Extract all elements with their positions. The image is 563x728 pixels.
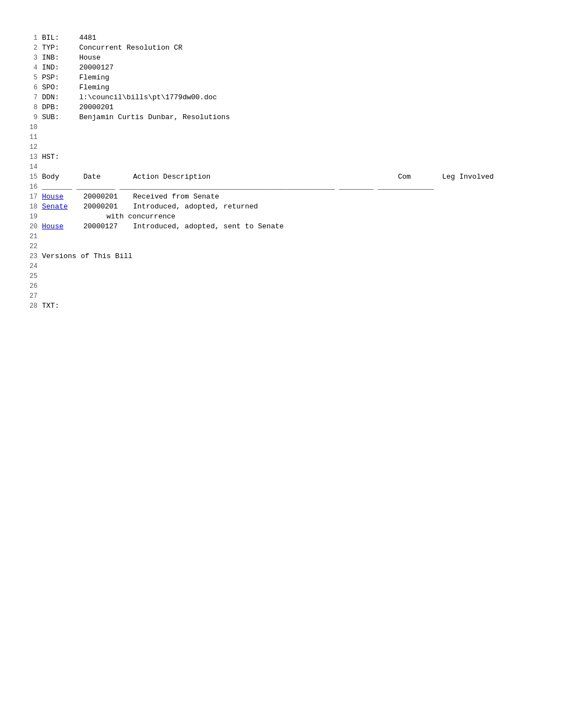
document-container: 1BIL: 44812TYP: Concurrent Resolution CR… [22, 33, 541, 311]
field-value: 20000201 [66, 103, 114, 111]
line-number: 23 [22, 251, 38, 261]
line-number: 3 [22, 53, 38, 63]
line-content: PSP: Fleming [42, 73, 541, 83]
field-label: TXT: [42, 301, 66, 311]
line-content: IND: 20000127 [42, 63, 541, 73]
line-28: 28TXT: [22, 301, 541, 311]
history-date: 20000201 [83, 202, 133, 212]
line-content: Versions of This Bill [42, 251, 541, 261]
line-content: SPO: Fleming [42, 83, 541, 93]
line-number: 21 [22, 232, 38, 242]
line-20: 20House20000127Introduced, adopted, sent… [22, 222, 541, 232]
field-label: SPO: [42, 83, 66, 93]
line-number: 1 [22, 33, 38, 43]
line-content: DDN: l:\council\bills\pt\1779dw00.doc [42, 93, 541, 103]
body-link[interactable]: Senate [42, 202, 68, 211]
line-number: 4 [22, 63, 38, 73]
line-number: 12 [22, 142, 38, 152]
line-content: Senate20000201Introduced, adopted, retur… [42, 202, 541, 212]
field-value: Fleming [66, 73, 109, 82]
history-action: Received from Senate [133, 192, 398, 202]
line-19: 19 with concurrence [22, 212, 541, 222]
history-row: Senate20000201Introduced, adopted, retur… [42, 202, 442, 211]
line-number: 17 [22, 192, 38, 202]
line-21: 21 [22, 232, 541, 242]
line-number: 18 [22, 202, 38, 212]
line-number: 25 [22, 271, 38, 281]
line-15: 15BodyDateAction DescriptionComLeg Invol… [22, 172, 541, 182]
line-content: TYP: Concurrent Resolution CR [42, 43, 541, 53]
line-26: 26 [22, 281, 541, 291]
line-number: 9 [22, 113, 38, 122]
line-number: 16 [22, 182, 38, 192]
line-16: 16_______ _________ ____________________… [22, 182, 541, 192]
field-label: BIL: [42, 33, 66, 43]
line-2: 2TYP: Concurrent Resolution CR [22, 43, 541, 53]
line-number: 19 [22, 212, 38, 222]
line-content: _______ _________ ______________________… [42, 182, 541, 192]
history-row: House20000201Received from Senate [42, 192, 442, 201]
line-number: 22 [22, 242, 38, 251]
line-number: 20 [22, 222, 38, 232]
line-content: TXT: [42, 301, 541, 311]
line-number: 2 [22, 43, 38, 53]
line-7: 7DDN: l:\council\bills\pt\1779dw00.doc [22, 93, 541, 103]
line-content: INB: House [42, 53, 541, 63]
line-24: 24 [22, 261, 541, 271]
line-11: 11 [22, 132, 541, 142]
field-label: SUB: [42, 113, 66, 122]
line-content: with concurrence [42, 212, 541, 222]
line-content: HST: [42, 152, 541, 162]
line-17: 17House20000201Received from Senate [22, 192, 541, 202]
history-date: 20000201 [83, 192, 133, 202]
line-content: BIL: 4481 [42, 33, 541, 43]
line-9: 9SUB: Benjamin Curtis Dunbar, Resolution… [22, 113, 541, 122]
field-value: House [66, 53, 100, 62]
line-4: 4IND: 20000127 [22, 63, 541, 73]
line-number: 6 [22, 83, 38, 93]
line-number: 14 [22, 162, 38, 172]
line-number: 10 [22, 122, 38, 132]
line-number: 8 [22, 103, 38, 113]
field-label: INB: [42, 53, 66, 63]
body-link[interactable]: House [42, 192, 63, 201]
line-23: 23Versions of This Bill [22, 251, 541, 261]
history-action: Introduced, adopted, sent to Senate [133, 222, 398, 232]
field-value: 20000127 [66, 63, 114, 72]
history-header: BodyDateAction DescriptionComLeg Involve… [42, 173, 514, 181]
line-number: 24 [22, 261, 38, 271]
field-label: IND: [42, 63, 66, 73]
field-value: Benjamin Curtis Dunbar, Resolutions [66, 113, 230, 121]
line-18: 18Senate20000201Introduced, adopted, ret… [22, 202, 541, 212]
line-5: 5PSP: Fleming [22, 73, 541, 83]
line-13: 13HST: [22, 152, 541, 162]
field-label: DDN: [42, 93, 66, 103]
line-22: 22 [22, 242, 541, 251]
line-1: 1BIL: 4481 [22, 33, 541, 43]
field-label: DPB: [42, 103, 66, 113]
line-number: 7 [22, 93, 38, 103]
field-value: 4481 [66, 34, 97, 42]
line-27: 27 [22, 291, 541, 301]
field-label: PSP: [42, 73, 66, 83]
line-content: House20000127Introduced, adopted, sent t… [42, 222, 541, 232]
field-value: l:\council\bills\pt\1779dw00.doc [66, 93, 217, 101]
line-number: 11 [22, 132, 38, 142]
line-content: BodyDateAction DescriptionComLeg Involve… [42, 172, 541, 182]
history-continuation: with concurrence [42, 212, 176, 221]
field-value: Fleming [66, 83, 109, 92]
line-number: 26 [22, 281, 38, 291]
text-content: Versions of This Bill [42, 252, 132, 260]
line-content: DPB: 20000201 [42, 103, 541, 113]
field-label: HST: [42, 152, 66, 162]
history-action: Introduced, adopted, returned [133, 202, 398, 212]
body-link[interactable]: House [42, 222, 63, 231]
line-12: 12 [22, 142, 541, 152]
line-14: 14 [22, 162, 541, 172]
line-number: 13 [22, 152, 38, 162]
history-row: House20000127Introduced, adopted, sent t… [42, 222, 442, 231]
line-number: 27 [22, 291, 38, 301]
line-6: 6SPO: Fleming [22, 83, 541, 93]
line-content: SUB: Benjamin Curtis Dunbar, Resolutions [42, 113, 541, 122]
line-8: 8DPB: 20000201 [22, 103, 541, 113]
